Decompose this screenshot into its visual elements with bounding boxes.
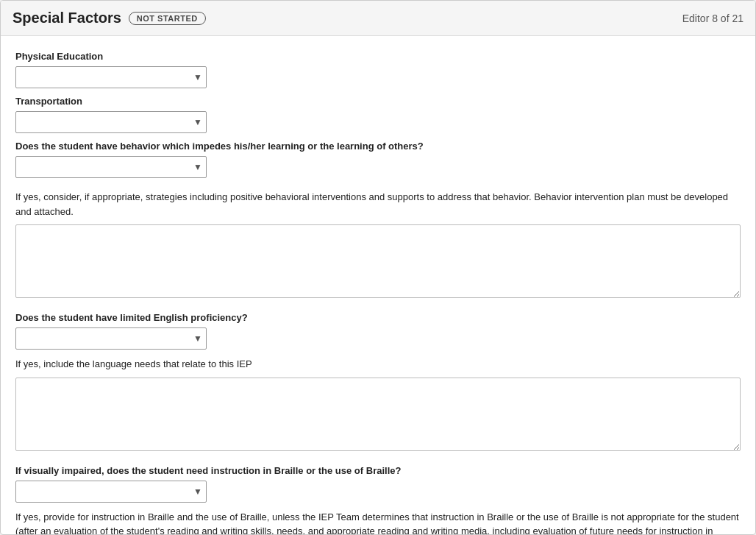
english-proficiency-label: Does the student have limited English pr…: [15, 312, 741, 323]
transportation-label: Transportation: [15, 96, 741, 107]
english-info-group: If yes, include the language needs that …: [15, 357, 741, 453]
header-left: Special Factors NOT STARTED: [13, 10, 206, 26]
physical-education-select-wrapper: ▼: [15, 66, 207, 88]
english-info-text: If yes, include the language needs that …: [15, 357, 741, 372]
transportation-group: Transportation ▼: [15, 96, 741, 133]
content-area: Physical Education ▼ Transportation ▼ Do…: [1, 36, 755, 534]
behavior-info-group: If yes, consider, if appropriate, strate…: [15, 190, 741, 300]
english-proficiency-select-wrapper: ▼: [15, 327, 207, 350]
page-container: Special Factors NOT STARTED Editor 8 of …: [0, 0, 756, 535]
behavior-select[interactable]: [15, 156, 207, 178]
transportation-select-wrapper: ▼: [15, 111, 207, 133]
braille-select[interactable]: [15, 481, 207, 503]
english-proficiency-group: Does the student have limited English pr…: [15, 312, 741, 350]
braille-info-group: If yes, provide for instruction in Brail…: [15, 510, 741, 535]
behavior-textarea[interactable]: [15, 224, 741, 298]
behavior-select-wrapper: ▼: [15, 156, 207, 178]
behavior-info-text: If yes, consider, if appropriate, strate…: [15, 190, 741, 219]
status-badge: NOT STARTED: [129, 12, 206, 25]
english-textarea[interactable]: [15, 378, 741, 451]
braille-label: If visually impaired, does the student n…: [15, 465, 741, 476]
english-proficiency-select[interactable]: [15, 327, 207, 350]
editor-info: Editor 8 of 21: [682, 13, 743, 24]
braille-select-wrapper: ▼: [15, 481, 207, 503]
header: Special Factors NOT STARTED Editor 8 of …: [1, 1, 755, 36]
physical-education-group: Physical Education ▼: [15, 51, 741, 88]
behavior-question-label: Does the student have behavior which imp…: [15, 141, 741, 152]
page-title: Special Factors: [13, 10, 121, 26]
braille-group: If visually impaired, does the student n…: [15, 465, 741, 503]
physical-education-select[interactable]: [15, 66, 207, 88]
physical-education-label: Physical Education: [15, 51, 741, 62]
transportation-select[interactable]: [15, 111, 207, 133]
behavior-group: Does the student have behavior which imp…: [15, 141, 741, 178]
braille-info-text: If yes, provide for instruction in Brail…: [15, 510, 741, 535]
